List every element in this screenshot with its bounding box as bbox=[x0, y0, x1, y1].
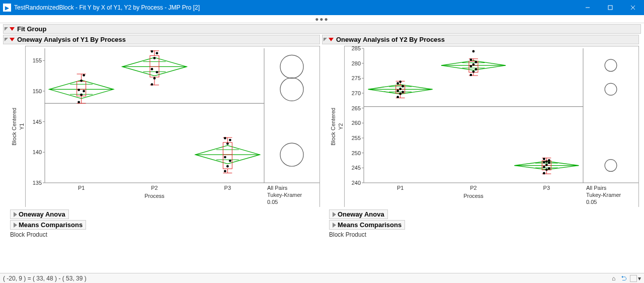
svg-text:All Pairs: All Pairs bbox=[267, 185, 288, 191]
panel-y2-header[interactable]: Oneway Analysis of Y2 By Process bbox=[322, 35, 639, 44]
svg-text:280: 280 bbox=[352, 60, 361, 66]
status-icon-back[interactable]: ⮌ bbox=[621, 275, 628, 282]
window-title: TestRandomizedBlock - Fit Y by X of Y1, … bbox=[14, 4, 200, 11]
disclosure-open-icon[interactable] bbox=[324, 38, 327, 41]
block-product-label: Block Product bbox=[329, 231, 639, 238]
panel-y2: Oneway Analysis of Y2 By Process Block C… bbox=[322, 34, 641, 241]
chart-y1[interactable]: Block Centered Y1 135140145150155P1P2P3P… bbox=[10, 46, 320, 207]
svg-point-29 bbox=[80, 94, 83, 96]
svg-text:0.05: 0.05 bbox=[586, 199, 597, 205]
svg-point-69 bbox=[224, 137, 226, 139]
svg-text:135: 135 bbox=[33, 180, 42, 186]
svg-text:140: 140 bbox=[33, 149, 42, 155]
svg-text:Process: Process bbox=[144, 193, 165, 199]
svg-point-136 bbox=[475, 61, 477, 63]
fit-group-header[interactable]: Fit Group bbox=[3, 24, 641, 34]
minimize-button[interactable] bbox=[576, 0, 599, 15]
svg-text:P2: P2 bbox=[151, 185, 157, 191]
status-icon-home[interactable]: ⌂ bbox=[612, 275, 619, 282]
svg-point-46 bbox=[153, 77, 156, 80]
svg-text:265: 265 bbox=[352, 105, 361, 111]
panel-y1: Oneway Analysis of Y1 By Process Block C… bbox=[3, 34, 322, 241]
svg-point-112 bbox=[396, 96, 399, 98]
means-comparisons-section[interactable]: Means Comparisons bbox=[329, 220, 405, 230]
svg-point-49 bbox=[153, 57, 156, 59]
svg-point-30 bbox=[83, 90, 85, 93]
content-area: Fit Group Oneway Analysis of Y1 By Proce… bbox=[0, 23, 644, 273]
svg-point-68 bbox=[229, 139, 231, 142]
svg-point-156 bbox=[543, 161, 545, 164]
chart-y2[interactable]: Block Centered Y2 2402452502552602652702… bbox=[329, 46, 639, 207]
svg-point-164 bbox=[605, 160, 617, 172]
plot-y2[interactable]: 240245250255260265270275280285P1P2P3Proc… bbox=[344, 46, 639, 207]
svg-point-157 bbox=[545, 160, 548, 163]
ylabel-y2: Y2 bbox=[337, 46, 344, 207]
svg-point-152 bbox=[548, 167, 550, 170]
svg-point-153 bbox=[543, 166, 545, 168]
close-button[interactable] bbox=[621, 0, 644, 15]
hotspot-icon[interactable] bbox=[329, 38, 334, 41]
means-comparisons-section[interactable]: Means Comparisons bbox=[10, 220, 86, 230]
disclosure-open-icon[interactable] bbox=[5, 27, 8, 31]
fit-group-title: Fit Group bbox=[17, 25, 47, 33]
panel-y1-title: Oneway Analysis of Y1 By Process bbox=[17, 36, 126, 43]
plot-y1[interactable]: 135140145150155P1P2P3ProcessAll PairsTuk… bbox=[25, 46, 320, 207]
svg-text:P1: P1 bbox=[78, 185, 85, 191]
svg-point-66 bbox=[224, 156, 226, 159]
svg-text:155: 155 bbox=[33, 57, 42, 63]
svg-point-135 bbox=[472, 63, 475, 66]
block-product-label: Block Product bbox=[10, 231, 320, 238]
app-icon: ▶ bbox=[3, 4, 11, 12]
svg-point-67 bbox=[226, 143, 229, 145]
svg-point-113 bbox=[399, 93, 401, 95]
oneway-anova-label: Oneway Anova bbox=[19, 210, 65, 218]
svg-text:260: 260 bbox=[352, 120, 361, 126]
svg-text:Tukey-Kramer: Tukey-Kramer bbox=[267, 192, 302, 198]
svg-point-65 bbox=[229, 160, 231, 162]
svg-point-137 bbox=[470, 58, 472, 61]
svg-point-118 bbox=[396, 82, 399, 85]
svg-text:270: 270 bbox=[352, 90, 361, 96]
svg-text:P2: P2 bbox=[470, 185, 476, 191]
svg-point-32 bbox=[80, 80, 83, 82]
oneway-anova-section[interactable]: Oneway Anova bbox=[329, 209, 388, 219]
hotspot-icon[interactable] bbox=[10, 38, 15, 41]
maximize-button[interactable] bbox=[599, 0, 621, 15]
panel-y1-header[interactable]: Oneway Analysis of Y1 By Process bbox=[3, 35, 320, 44]
svg-text:275: 275 bbox=[352, 75, 361, 81]
svg-text:250: 250 bbox=[352, 150, 361, 156]
svg-point-117 bbox=[401, 85, 404, 88]
svg-point-72 bbox=[280, 55, 303, 78]
svg-point-114 bbox=[401, 91, 404, 93]
disclosure-closed-icon bbox=[14, 212, 17, 217]
disclosure-open-icon[interactable] bbox=[5, 38, 8, 41]
disclosure-closed-icon bbox=[14, 223, 17, 228]
svg-text:P3: P3 bbox=[224, 185, 231, 191]
hotspot-icon[interactable] bbox=[10, 27, 15, 31]
svg-text:0.05: 0.05 bbox=[267, 199, 278, 205]
oneway-anova-section[interactable]: Oneway Anova bbox=[10, 209, 69, 219]
svg-point-115 bbox=[396, 90, 399, 92]
status-bar: ( -20, 9 ) = ( 33, 48 ) - ( 53, 39 ) ⌂ ⮌… bbox=[0, 273, 644, 283]
svg-text:Tukey-Kramer: Tukey-Kramer bbox=[586, 192, 621, 198]
svg-text:All Pairs: All Pairs bbox=[586, 185, 607, 191]
svg-text:145: 145 bbox=[33, 119, 42, 125]
oneway-anova-label: Oneway Anova bbox=[338, 210, 384, 218]
svg-point-64 bbox=[226, 165, 229, 168]
svg-text:240: 240 bbox=[352, 180, 361, 186]
svg-point-50 bbox=[156, 52, 158, 54]
svg-rect-1 bbox=[608, 6, 612, 10]
svg-point-154 bbox=[545, 164, 548, 166]
drag-handle[interactable]: ●●● bbox=[0, 15, 644, 23]
svg-point-73 bbox=[280, 78, 303, 101]
status-dropdown-icon[interactable]: ▾ bbox=[638, 275, 641, 282]
svg-text:P1: P1 bbox=[397, 185, 404, 191]
ylabel-block-centered: Block Centered bbox=[329, 46, 337, 207]
svg-point-159 bbox=[543, 158, 545, 160]
means-comparisons-label: Means Comparisons bbox=[338, 221, 401, 229]
svg-point-138 bbox=[472, 50, 475, 53]
means-comparisons-label: Means Comparisons bbox=[19, 221, 83, 229]
svg-point-48 bbox=[151, 68, 153, 70]
svg-text:255: 255 bbox=[352, 135, 361, 141]
status-icon-box[interactable] bbox=[630, 275, 637, 282]
